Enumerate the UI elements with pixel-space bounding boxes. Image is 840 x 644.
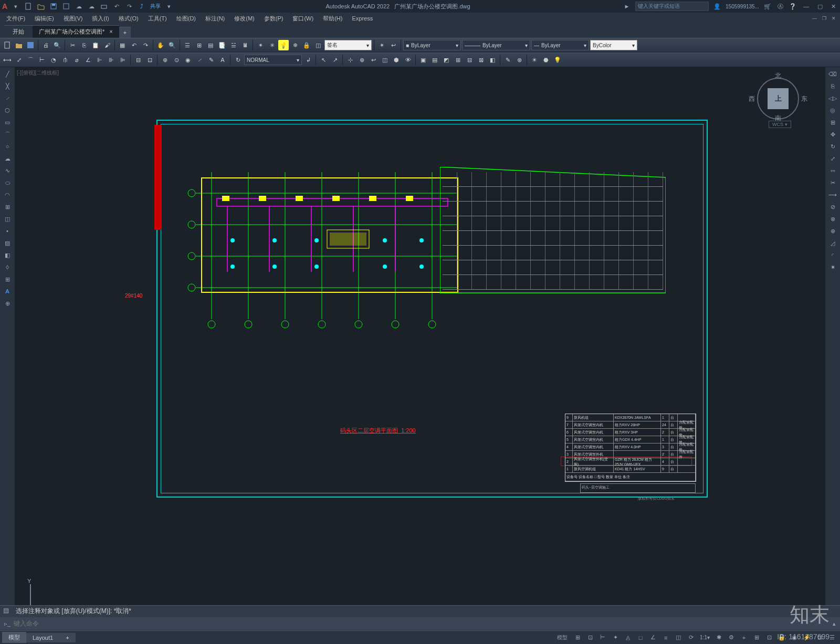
- tolerance-icon[interactable]: ⊕: [160, 55, 170, 65]
- plotstyle-dropdown[interactable]: ByColor▾: [590, 40, 637, 50]
- break-icon[interactable]: ⊗: [826, 213, 839, 225]
- quickprops-icon[interactable]: ⊡: [763, 632, 775, 643]
- doc-minimize-button[interactable]: —: [810, 16, 819, 21]
- point-icon[interactable]: •: [1, 225, 14, 237]
- units-icon[interactable]: ⊞: [751, 632, 762, 643]
- search-input[interactable]: 键入关键字或短语: [635, 2, 709, 11]
- menu-edit[interactable]: 编辑(E): [30, 14, 58, 24]
- polar-toggle-icon[interactable]: ✦: [610, 632, 621, 643]
- line-icon[interactable]: ╱: [1, 68, 14, 80]
- tab-file[interactable]: 广州某广场办公楼空调图* ×: [33, 25, 119, 38]
- redo-icon[interactable]: ↷: [125, 2, 133, 10]
- chamfer-icon[interactable]: ◿: [826, 237, 839, 249]
- menu-view[interactable]: 视图(V): [59, 14, 87, 24]
- prop-icon[interactable]: ☰: [182, 40, 193, 50]
- new-file-icon[interactable]: [2, 40, 13, 50]
- mtext-icon[interactable]: A: [1, 286, 14, 297]
- erase-icon[interactable]: ⌫: [826, 68, 839, 80]
- menu-format[interactable]: 格式(O): [114, 14, 143, 24]
- color-dropdown[interactable]: ■ ByLayer▾: [403, 40, 461, 50]
- scale-icon[interactable]: ⤢: [826, 153, 839, 164]
- cmd-expand-icon[interactable]: ▤: [3, 607, 9, 614]
- trim-icon[interactable]: ✂: [826, 177, 839, 188]
- tab-start[interactable]: 开始: [4, 25, 33, 38]
- command-input[interactable]: [14, 620, 830, 627]
- vs-wire-icon[interactable]: ⊞: [453, 55, 463, 65]
- annotation-vis-icon[interactable]: ✱: [713, 632, 724, 643]
- dim-style-dropdown[interactable]: NORMAL▾: [244, 55, 302, 65]
- saveas-icon[interactable]: [62, 2, 70, 10]
- view-iso-icon[interactable]: ◩: [441, 55, 452, 65]
- dim-arc-icon[interactable]: ⌒: [25, 55, 36, 65]
- sheet-set-icon[interactable]: 📑: [217, 40, 227, 50]
- annotation-scale[interactable]: 1:1 ▾: [698, 632, 712, 643]
- lineweight-dropdown[interactable]: — ByLayer▾: [531, 40, 589, 50]
- pline-icon[interactable]: ⟋: [1, 92, 14, 104]
- layer-states-icon[interactable]: ✳: [267, 40, 277, 50]
- menu-window[interactable]: 窗口(W): [288, 14, 318, 24]
- doc-close-button[interactable]: ✕: [830, 16, 838, 21]
- lineweight-toggle-icon[interactable]: ≡: [660, 632, 671, 643]
- osnap-toggle-icon[interactable]: □: [635, 632, 646, 643]
- refclose-icon[interactable]: ⊗: [514, 55, 524, 65]
- xline-icon[interactable]: ╳: [1, 80, 14, 92]
- qat-expand-icon[interactable]: ▾: [165, 2, 173, 10]
- calc-icon[interactable]: 🖩: [240, 40, 250, 50]
- annotation-monitor-icon[interactable]: +: [738, 632, 750, 643]
- transparency-icon[interactable]: ◫: [673, 632, 684, 643]
- copy-icon[interactable]: ⎘: [79, 40, 89, 50]
- revcloud-icon[interactable]: ☁: [1, 153, 14, 164]
- dim-continue-icon[interactable]: ⊫: [118, 55, 128, 65]
- user-label[interactable]: 1505999135...: [726, 4, 759, 9]
- ucs-prev-icon[interactable]: ↩: [368, 55, 379, 65]
- menu-help[interactable]: 帮助(H): [319, 14, 346, 24]
- compass-east[interactable]: 东: [801, 94, 807, 103]
- user-icon[interactable]: 👤: [713, 2, 721, 10]
- vs-concept-icon[interactable]: ◧: [487, 55, 498, 65]
- tool-palette-icon[interactable]: ▤: [205, 40, 216, 50]
- polygon-icon[interactable]: ⬡: [1, 104, 14, 116]
- tab-add-button[interactable]: +: [119, 27, 131, 38]
- light-icon[interactable]: 💡: [552, 55, 563, 65]
- spline-icon[interactable]: ∿: [1, 165, 14, 176]
- layout-add-button[interactable]: +: [59, 633, 75, 642]
- leader-icon[interactable]: ↖: [318, 55, 329, 65]
- extend-icon[interactable]: ⟶: [826, 189, 839, 200]
- dim-radius-icon[interactable]: ◔: [48, 55, 59, 65]
- ellipse-icon[interactable]: ⬭: [1, 177, 14, 188]
- undo2-icon[interactable]: ↶: [129, 40, 139, 50]
- redo2-icon[interactable]: ↷: [140, 40, 151, 50]
- pan-icon[interactable]: ✋: [155, 40, 166, 50]
- refedit-icon[interactable]: ✎: [502, 55, 513, 65]
- viewcube-top[interactable]: 上: [768, 88, 789, 109]
- help-icon[interactable]: ❔: [789, 2, 797, 10]
- view-top-icon[interactable]: ▤: [429, 55, 440, 65]
- menu-tools[interactable]: 工具(T): [144, 14, 171, 24]
- view-cube[interactable]: 北 西 东 南 上 WCS ▾: [752, 72, 804, 130]
- layer-match-icon[interactable]: ✴: [376, 40, 387, 50]
- status-model-button[interactable]: 模型: [554, 632, 571, 643]
- preview-icon[interactable]: 🔍: [52, 40, 62, 50]
- join-icon[interactable]: ⊕: [826, 225, 839, 237]
- layer-iso-icon[interactable]: 💡: [278, 40, 289, 50]
- cmd-recent-icon[interactable]: ▴: [833, 620, 836, 627]
- save-file-icon[interactable]: [25, 40, 36, 50]
- dim-angular-icon[interactable]: ∠: [83, 55, 93, 65]
- mleader-icon[interactable]: ↗: [330, 55, 340, 65]
- command-line[interactable]: ▹_ ▴: [0, 617, 840, 630]
- ortho-toggle-icon[interactable]: ⊢: [597, 632, 608, 643]
- rectangle-icon[interactable]: ▭: [1, 117, 14, 128]
- dim-break-icon[interactable]: ⊡: [144, 55, 155, 65]
- workspace-icon[interactable]: ⚙: [726, 632, 737, 643]
- grid-toggle-icon[interactable]: ⊞: [572, 632, 583, 643]
- view-front-icon[interactable]: ▣: [418, 55, 428, 65]
- minimize-button[interactable]: —: [801, 3, 811, 9]
- linetype-dropdown[interactable]: ——— ByLayer▾: [462, 40, 530, 50]
- app-switcher-icon[interactable]: Ⓐ: [776, 2, 784, 10]
- isodraft-icon[interactable]: ◬: [622, 632, 634, 643]
- cycling-icon[interactable]: ⟳: [685, 632, 697, 643]
- share-label[interactable]: 共享: [150, 3, 161, 10]
- design-center-icon[interactable]: ⊞: [194, 40, 204, 50]
- vs-real-icon[interactable]: ⊠: [476, 55, 486, 65]
- qat-menu-icon[interactable]: ▾: [12, 2, 20, 10]
